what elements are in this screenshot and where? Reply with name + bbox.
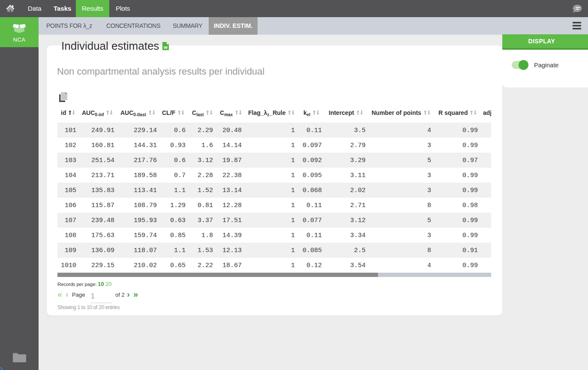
svg-text:w: w xyxy=(163,45,168,50)
